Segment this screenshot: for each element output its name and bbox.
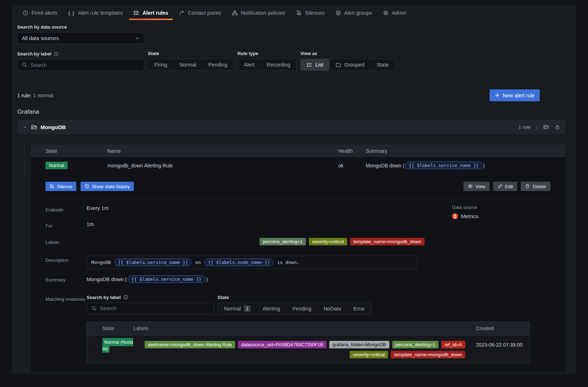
lock-icon[interactable] — [555, 124, 560, 130]
folder-open-icon[interactable] — [543, 124, 549, 130]
rule-health: ok — [338, 163, 366, 168]
state-option-firing[interactable]: Firing — [148, 59, 173, 70]
chevron-right-icon[interactable] — [92, 339, 97, 347]
list-icon — [307, 62, 312, 68]
delete-button[interactable]: Delete — [521, 182, 550, 191]
tab-alert-rule-templates[interactable]: { } Alert rule templates — [63, 5, 128, 21]
ruletype-filter-group: Alert Recording — [237, 59, 297, 71]
viewas-filter-label: View as — [300, 51, 395, 56]
trash-icon — [525, 184, 530, 189]
label-chip: ref_id=A — [441, 341, 465, 348]
silence-button[interactable]: Silence — [45, 182, 76, 191]
tab-label: Alert rule templates — [78, 10, 123, 16]
rule-name: mongodb_down Alerting Rule — [107, 163, 338, 168]
for-label: For — [45, 221, 87, 230]
tab-silences[interactable]: Silences — [291, 5, 330, 21]
ruletype-option-recording[interactable]: Recording — [261, 59, 296, 70]
col-state: State — [102, 325, 133, 331]
matching-state-pending[interactable]: Pending — [286, 303, 317, 314]
tab-contact-points[interactable]: Contact points — [174, 5, 227, 21]
prometheus-icon — [452, 213, 458, 219]
tab-label: Contact points — [188, 10, 221, 16]
matching-state-error[interactable]: Error — [347, 303, 371, 314]
chevron-down-icon[interactable] — [36, 163, 40, 168]
matching-state-group: Normal 1 Alerting Pending NoData Error — [218, 303, 371, 315]
matching-search-box — [87, 303, 214, 314]
rule-details: Silence Show state history — [31, 174, 565, 372]
label-chip: percona_alerting=1 — [392, 341, 439, 348]
search-icon — [91, 306, 97, 311]
rule-labels: percona_alerting=1 severity=critical tem… — [259, 238, 424, 245]
datasource-block: Data source Metrics — [452, 205, 478, 219]
col-name: Name — [107, 148, 338, 154]
group-row-mongodb[interactable]: MongoDB 1 rule | — [17, 120, 565, 134]
matching-state-nodata[interactable]: NoData — [317, 303, 347, 314]
datasource-select-value: All data sources — [22, 35, 59, 41]
tab-alert-groups[interactable]: Alert groups — [330, 5, 378, 21]
viewas-filter-group: List Grouped State — [300, 59, 395, 71]
filters-divider — [17, 81, 571, 82]
rules-table: State Name Health Summary Normal mongodb… — [31, 144, 565, 372]
col-created: Created — [472, 325, 530, 331]
state-option-pending[interactable]: Pending — [202, 59, 233, 70]
instances-table: State Labels Created Normal (Nodata) — [87, 322, 530, 363]
viewas-option-list[interactable]: List — [301, 59, 330, 70]
tab-admin[interactable]: Admin — [378, 5, 412, 21]
instance-labels: alertname=mongodb_down Alerting Rule dat… — [133, 339, 472, 358]
state-option-normal[interactable]: Normal — [173, 59, 202, 70]
pencil-icon — [497, 184, 502, 189]
evaluate-label: Evaluate — [45, 205, 87, 214]
ruletype-option-alert[interactable]: Alert — [238, 59, 261, 70]
tab-alert-rules[interactable]: Alert rules — [128, 5, 174, 21]
folder-open-icon — [31, 124, 37, 130]
tab-fired-alerts[interactable]: Fired alerts — [17, 5, 63, 21]
matching-state-alerting[interactable]: Alerting — [257, 303, 286, 314]
tab-notification-policies[interactable]: Notification policies — [227, 5, 291, 21]
instance-row[interactable]: Normal (Nodata) alertname=mongodb_down A… — [87, 335, 530, 363]
description-label: Description — [45, 256, 87, 264]
tab-label: Admin — [392, 10, 407, 16]
rules-list-area: 1 rule: 1 normal New alert rule Grafana … — [12, 89, 576, 372]
description-value: MongoDB {{ $labels.service_name }} on {{… — [87, 256, 418, 269]
ruletype-filter-label: Rule type — [237, 51, 297, 56]
datasource-select[interactable]: All data sources — [17, 32, 144, 44]
label-chip: percona_alerting=1 — [259, 238, 306, 245]
history-icon — [84, 184, 89, 189]
label-search-input[interactable] — [30, 62, 140, 68]
instances-table-header: State Labels Created — [87, 322, 530, 335]
folder-icon — [336, 62, 341, 68]
matching-state-normal[interactable]: Normal 1 — [218, 303, 257, 314]
chevron-down-icon[interactable] — [23, 125, 27, 129]
show-state-history-button[interactable]: Show state history — [81, 182, 134, 191]
filters-section: Search by data source All data sources S… — [12, 21, 576, 82]
for-value: 1m — [87, 221, 94, 227]
rule-summary: MongoDB down ( {{ $labels.service_name }… — [366, 162, 565, 169]
viewas-option-state[interactable]: State — [370, 59, 395, 70]
label-chip: template_name=mongodb_down — [350, 238, 424, 245]
label-search-label: Search by label — [17, 51, 51, 57]
label-search-box — [17, 59, 144, 71]
viewas-option-grouped[interactable]: Grouped — [330, 59, 370, 70]
tab-label: Fired alerts — [31, 10, 58, 16]
summary-value: MongoDB down ( {{ $labels.service_name }… — [87, 275, 208, 283]
new-alert-rule-button[interactable]: New alert rule — [490, 89, 540, 101]
braces-icon: { } — [68, 10, 75, 16]
view-button[interactable]: View — [463, 182, 490, 191]
state-filter-group: Firing Normal Pending — [148, 59, 234, 71]
rule-row[interactable]: Normal mongodb_down Alerting Rule ok Mon… — [31, 157, 565, 174]
edit-button[interactable]: Edit — [493, 182, 517, 191]
datasource-filter-label: Search by data source — [17, 24, 571, 30]
template-chip: {{ $labels.service_name }} — [128, 275, 205, 283]
state-filter-label: State — [148, 51, 234, 56]
labels-label: Labels — [45, 238, 87, 246]
matching-search-label: Search by label — [87, 295, 121, 300]
info-circle-icon — [23, 10, 28, 16]
rules-table-header: State Name Health Summary — [31, 144, 565, 157]
bell-slash-icon — [296, 10, 302, 16]
search-icon — [22, 62, 27, 68]
matching-search-input[interactable] — [100, 305, 209, 311]
evaluate-value: Every 1m — [87, 205, 108, 211]
info-circle-icon — [54, 52, 59, 57]
alerting-tab-bar: Fired alerts { } Alert rule templates Al… — [12, 5, 576, 21]
share-arrow-icon — [179, 10, 185, 16]
